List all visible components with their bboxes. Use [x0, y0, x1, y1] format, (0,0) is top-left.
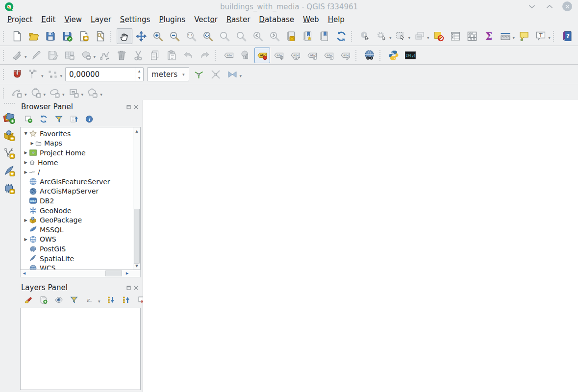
new-spatialite-layer-button[interactable] — [1, 163, 18, 179]
menu-layer[interactable]: Layer — [86, 15, 116, 24]
tree-item-mssql[interactable]: MSSQL — [21, 225, 140, 235]
open-field-calculator-button[interactable] — [464, 28, 480, 44]
text-annotation-button[interactable]: T — [533, 28, 549, 44]
horizontal-scroll-thumb[interactable] — [105, 270, 122, 276]
minimize-button[interactable] — [527, 1, 537, 11]
tree-item-arcgismapserver[interactable]: ArcGisMapServer — [21, 187, 140, 196]
browser-vertical-scrollbar[interactable]: ▲ ▼ — [133, 127, 140, 270]
expander-closed-icon[interactable]: ▶ — [23, 237, 29, 242]
menu-database[interactable]: Database — [254, 15, 299, 24]
filter-legend-by-expression-dropdown-icon[interactable]: ▾ — [98, 299, 101, 304]
zoom-out-button[interactable] — [167, 28, 182, 44]
tree-item-geonode[interactable]: GeoNode — [21, 206, 140, 216]
snapping-tolerance-input[interactable] — [66, 68, 135, 81]
tree-item-ows[interactable]: ▶OWS — [21, 235, 140, 245]
help-button[interactable]: ? — [559, 28, 575, 44]
scroll-right-icon[interactable]: ▶ — [124, 270, 130, 277]
spin-down-icon[interactable]: ▼ — [135, 74, 143, 81]
maximize-button[interactable] — [545, 1, 554, 11]
spin-up-icon[interactable]: ▲ — [135, 68, 143, 74]
topological-editing-button[interactable] — [191, 67, 207, 82]
layers-list[interactable] — [20, 308, 141, 390]
open-layer-styling-dock-button[interactable] — [23, 294, 34, 305]
new-print-layout-button[interactable] — [76, 28, 92, 44]
enable-properties-widget-button[interactable]: i — [84, 114, 95, 124]
collapse-all-browser-button[interactable] — [69, 114, 79, 124]
new-spatial-bookmark-button[interactable] — [283, 28, 299, 44]
expander-closed-icon[interactable]: ▶ — [23, 160, 29, 165]
filter-legend-button[interactable] — [69, 294, 79, 305]
new-shapefile-layer-button[interactable] — [1, 145, 18, 162]
browser-horizontal-scrollbar[interactable]: ◀ ▶ — [20, 270, 141, 277]
scroll-left-icon[interactable]: ◀ — [21, 270, 27, 277]
close-panel-icon[interactable] — [134, 105, 138, 109]
select-features-dropdown-icon[interactable]: ▾ — [408, 35, 411, 40]
manage-map-themes-button[interactable] — [53, 294, 64, 305]
metasearch-button[interactable] — [362, 48, 377, 63]
snapping-type-button[interactable] — [45, 67, 61, 82]
menu-project[interactable]: Project — [3, 15, 37, 24]
menu-settings[interactable]: Settings — [116, 15, 155, 24]
measure-line-dropdown-icon[interactable]: ▾ — [513, 35, 515, 40]
tree-item-project-home[interactable]: ▶Project Home — [21, 148, 140, 158]
menu-vector[interactable]: Vector — [190, 15, 222, 24]
new-virtual-layer-button[interactable] — [1, 180, 18, 197]
tree-item-geopackage[interactable]: ▶GeoPackage — [21, 215, 140, 225]
ipython-console-button[interactable]: IP[y]: — [402, 48, 418, 63]
open-project-button[interactable] — [26, 28, 42, 44]
close-panel-icon[interactable] — [134, 286, 138, 290]
snapping-mode-dropdown-icon[interactable]: ▾ — [41, 74, 44, 78]
select-features-button[interactable] — [393, 28, 409, 44]
menu-help[interactable]: Help — [324, 15, 349, 24]
zoom-in-button[interactable] — [150, 28, 166, 44]
float-panel-icon[interactable] — [126, 105, 131, 109]
expander-closed-icon[interactable]: ▶ — [29, 141, 35, 146]
close-button[interactable] — [562, 1, 572, 11]
new-project-button[interactable] — [9, 28, 25, 44]
python-console-button[interactable] — [386, 48, 402, 63]
snapping-type-dropdown-icon[interactable]: ▾ — [60, 74, 63, 78]
map-canvas[interactable] — [143, 100, 578, 392]
collapse-all-layers-button[interactable] — [121, 294, 132, 305]
pan-to-selection-button[interactable] — [133, 28, 149, 44]
add-group-button[interactable] — [38, 294, 49, 305]
open-attribute-table-button[interactable] — [448, 28, 463, 44]
measure-line-button[interactable] — [498, 28, 513, 44]
enable-snapping-button[interactable] — [9, 67, 25, 82]
expander-closed-icon[interactable]: ▶ — [23, 218, 29, 222]
tree-item-postgis[interactable]: PostGIS — [21, 244, 140, 254]
zoom-full-button[interactable] — [200, 28, 216, 44]
save-project-button[interactable] — [43, 28, 58, 44]
tree-item-[interactable]: ▶/ — [21, 167, 140, 177]
expander-closed-icon[interactable]: ▶ — [23, 170, 29, 174]
expander-open-icon[interactable]: ▼ — [23, 131, 29, 136]
pan-map-button[interactable] — [117, 28, 132, 44]
save-project-as-button[interactable] — [59, 28, 75, 44]
vertical-scroll-thumb[interactable] — [134, 209, 140, 264]
tree-item-home[interactable]: ▶Home — [21, 158, 140, 168]
menu-plugins[interactable]: Plugins — [154, 15, 190, 24]
refresh-map-button[interactable] — [333, 28, 349, 44]
layer-labeling-options-button[interactable]: abc — [254, 48, 270, 63]
text-annotation-dropdown-icon[interactable]: ▾ — [548, 35, 551, 40]
tree-item-wcs[interactable]: WCS — [21, 263, 140, 270]
scroll-up-icon[interactable]: ▲ — [133, 128, 140, 134]
expand-all-layers-button[interactable] — [106, 294, 117, 305]
deselect-all-features-button[interactable] — [431, 28, 447, 44]
new-geopackage-layer-button[interactable] — [1, 127, 18, 144]
show-layout-manager-button[interactable] — [93, 28, 108, 44]
refresh-browser-button[interactable] — [38, 114, 49, 124]
show-bookmarks-panel-button[interactable] — [317, 28, 332, 44]
menu-raster[interactable]: Raster — [222, 15, 254, 24]
tree-item-arcgisfeatureserver[interactable]: ArcGisFeatureServer — [21, 177, 140, 187]
panel-splitter[interactable] — [18, 277, 143, 281]
show-statistical-summary-button[interactable]: Σ — [481, 28, 497, 44]
float-panel-icon[interactable] — [126, 286, 131, 290]
open-data-source-manager-button[interactable] — [1, 110, 18, 126]
show-spatial-bookmarks-button[interactable] — [300, 28, 316, 44]
tree-item-spatialite[interactable]: SpatiaLite — [21, 254, 140, 264]
tree-item-favorites[interactable]: ▼Favorites — [21, 129, 140, 139]
menu-web[interactable]: Web — [299, 15, 324, 24]
filter-legend-by-expression-button[interactable]: ε — [84, 294, 95, 305]
tree-item-db2[interactable]: DB2DB2 — [21, 196, 140, 206]
